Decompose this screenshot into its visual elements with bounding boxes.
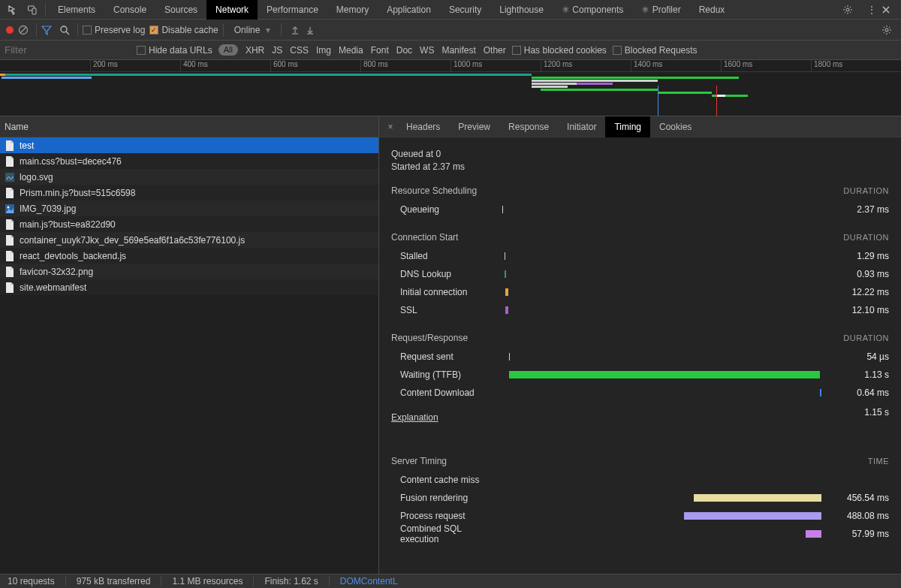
detail-tab-initiator[interactable]: Initiator xyxy=(558,116,605,137)
explanation-total: 1.15 s xyxy=(864,407,889,418)
timing-bar-area xyxy=(502,475,821,484)
status-resources: 1.1 MB resources xyxy=(172,576,243,586)
timing-value: 12.10 ms xyxy=(827,305,889,315)
timing-row: Queueing2.37 ms xyxy=(391,201,889,219)
request-row[interactable]: IMG_7039.jpg xyxy=(0,201,378,216)
divider xyxy=(281,23,282,37)
timing-value: 1.29 ms xyxy=(827,251,889,261)
type-filter-font[interactable]: Font xyxy=(371,45,389,56)
filter-input[interactable] xyxy=(3,44,131,56)
timing-bar xyxy=(505,270,505,278)
file-icon xyxy=(5,282,15,293)
record-button[interactable] xyxy=(6,26,14,34)
tick: 800 ms xyxy=(360,60,388,72)
detail-tabs: × HeadersPreviewResponseInitiatorTimingC… xyxy=(379,116,901,137)
type-filter-xhr[interactable]: XHR xyxy=(246,45,264,56)
request-name: favicon-32x32.png xyxy=(20,267,93,277)
has-blocked-cookies-checkbox[interactable]: Has blocked cookies xyxy=(512,45,607,56)
divider xyxy=(223,23,224,37)
tab-redux[interactable]: Redux xyxy=(690,0,734,20)
tab--components[interactable]: ⚛ Components xyxy=(553,0,632,20)
filter-icon[interactable] xyxy=(41,25,55,35)
preserve-log-checkbox[interactable]: Preserve log xyxy=(83,25,145,35)
request-row[interactable]: logo.svg xyxy=(0,169,378,185)
request-row[interactable]: main.js?bust=ea822d90 xyxy=(0,216,378,232)
request-list-header[interactable]: Name xyxy=(0,116,378,137)
overview-timeline[interactable]: 200 ms400 ms600 ms800 ms1000 ms1200 ms14… xyxy=(0,60,901,116)
type-filter-media[interactable]: Media xyxy=(339,45,363,56)
clear-icon[interactable] xyxy=(18,25,32,35)
search-icon[interactable] xyxy=(59,25,73,35)
detail-tab-headers[interactable]: Headers xyxy=(397,116,449,137)
inspect-icon[interactable] xyxy=(3,0,23,20)
type-filter-css[interactable]: CSS xyxy=(290,45,309,56)
tab-network[interactable]: Network xyxy=(206,0,258,20)
tick: 1800 ms xyxy=(811,60,842,72)
request-list: Name testmain.css?bust=decec476logo.svgP… xyxy=(0,116,379,574)
type-filter-manifest[interactable]: Manifest xyxy=(441,45,475,56)
request-detail: × HeadersPreviewResponseInitiatorTimingC… xyxy=(379,116,901,574)
type-filter-ws[interactable]: WS xyxy=(420,45,434,56)
tab-console[interactable]: Console xyxy=(104,0,155,20)
disable-cache-checkbox[interactable]: ✓ Disable cache xyxy=(149,25,218,35)
type-filter-js[interactable]: JS xyxy=(272,45,282,56)
blocked-requests-checkbox[interactable]: Blocked Requests xyxy=(613,45,698,56)
close-devtools-icon[interactable] xyxy=(881,5,901,14)
detail-tab-cookies[interactable]: Cookies xyxy=(650,116,701,137)
request-row[interactable]: main.css?bust=decec476 xyxy=(0,153,378,169)
timing-panel: Queued at 0 Started at 2.37 ms Resource … xyxy=(379,137,901,574)
type-filter-doc[interactable]: Doc xyxy=(396,45,412,56)
detail-tab-timing[interactable]: Timing xyxy=(605,116,650,137)
request-row[interactable]: favicon-32x32.png xyxy=(0,264,378,279)
throttling-select[interactable]: Online ▾ xyxy=(228,23,277,37)
timing-bar xyxy=(694,494,821,502)
type-filter-other[interactable]: Other xyxy=(484,45,506,56)
tab-sources[interactable]: Sources xyxy=(155,0,206,20)
download-har-icon[interactable] xyxy=(306,26,315,35)
timing-label: Waiting (TTFB) xyxy=(391,369,496,380)
time-header: TIME xyxy=(868,457,889,466)
detail-tab-response[interactable]: Response xyxy=(499,116,558,137)
network-settings-icon[interactable] xyxy=(881,25,895,35)
tab-lighthouse[interactable]: Lighthouse xyxy=(490,0,553,20)
timing-row: Fusion rendering456.54 ms xyxy=(391,489,889,507)
type-filter-img[interactable]: Img xyxy=(316,45,331,56)
kebab-menu-icon[interactable]: ⋮ xyxy=(862,5,881,15)
svg-point-9 xyxy=(885,29,888,32)
request-row[interactable]: react_devtools_backend.js xyxy=(0,248,378,264)
explanation-link[interactable]: Explanation xyxy=(391,412,438,423)
timing-value: 54 µs xyxy=(827,351,889,362)
request-row[interactable]: Prism.min.js?bust=515c6598 xyxy=(0,185,378,201)
tab-application[interactable]: Application xyxy=(378,0,440,20)
request-row[interactable]: site.webmanifest xyxy=(0,279,378,295)
timing-bar-area xyxy=(502,306,821,315)
settings-icon[interactable] xyxy=(842,5,862,15)
tab-memory[interactable]: Memory xyxy=(327,0,378,20)
status-requests: 10 requests xyxy=(8,576,55,586)
tab-security[interactable]: Security xyxy=(440,0,490,20)
section-title: Request/Response xyxy=(391,333,468,343)
request-row[interactable]: container_uuyk7Jkx_dev_569e5eaf6f1a6c53f… xyxy=(0,232,378,248)
tick: 600 ms xyxy=(270,60,298,72)
status-bar: 10 requests 975 kB transferred 1.1 MB re… xyxy=(0,574,901,588)
file-icon xyxy=(5,267,15,277)
hide-data-urls-checkbox[interactable]: Hide data URLs xyxy=(137,45,212,56)
timing-label: Combined SQL execution xyxy=(391,523,496,544)
device-toggle-icon[interactable] xyxy=(23,0,42,20)
timing-value: 456.54 ms xyxy=(827,493,889,503)
request-row[interactable]: test xyxy=(0,137,378,153)
tab-elements[interactable]: Elements xyxy=(49,0,104,20)
tick: 1400 ms xyxy=(631,60,662,72)
type-filter-all[interactable]: All xyxy=(218,44,238,56)
duration-header: DURATION xyxy=(843,186,889,195)
queued-at: Queued at 0 xyxy=(391,149,889,159)
close-detail-icon[interactable]: × xyxy=(384,122,397,132)
detail-tab-preview[interactable]: Preview xyxy=(449,116,499,137)
tab-performance[interactable]: Performance xyxy=(258,0,327,20)
started-at: Started at 2.37 ms xyxy=(391,161,889,172)
request-name: site.webmanifest xyxy=(20,282,86,293)
section-title: Resource Scheduling xyxy=(391,185,477,196)
tab--profiler[interactable]: ⚛ Profiler xyxy=(632,0,689,20)
file-icon xyxy=(5,235,15,246)
upload-har-icon[interactable] xyxy=(291,26,300,35)
